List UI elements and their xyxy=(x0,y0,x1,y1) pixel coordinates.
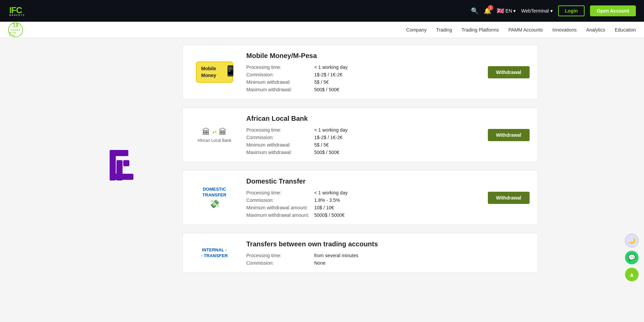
mobile-money-withdrawal-button[interactable]: Withdrawal xyxy=(488,66,530,78)
svg-rect-4 xyxy=(116,160,123,181)
lang-chevron-icon: ▾ xyxy=(513,8,516,14)
commission-label-0: Commission: xyxy=(246,72,314,77)
processing-time-label-0: Processing time: xyxy=(246,64,314,70)
header: IFC MARKETS 🔍 🔔 1 🇬🇧 EN ▾ WebTerminal ▾ … xyxy=(0,0,644,22)
max-withdrawal-label-0: Maximum withdrawal: xyxy=(246,87,314,92)
svg-text:MARKETS: MARKETS xyxy=(9,14,25,16)
side-decoration xyxy=(106,45,174,281)
scroll-top-icon: ▲ xyxy=(629,271,635,278)
domestic-transfer-title: Domestic Transfer xyxy=(246,177,480,185)
african-bank-logo: 🏛 ⇌ 🏛 African Local Bank xyxy=(191,127,238,143)
mobile-money-title: Mobile Money/M-Pesa xyxy=(246,52,480,60)
svg-rect-6 xyxy=(110,150,128,156)
open-account-button[interactable]: Open Account xyxy=(590,5,636,16)
mobile-money-card-icon: 📱 xyxy=(224,65,237,77)
nav-trading-platforms[interactable]: Trading Platforms xyxy=(461,27,499,33)
max-withdrawal-value-2: 5000$ / 5000€ xyxy=(314,212,480,218)
nav-analytics[interactable]: Analytics xyxy=(586,27,605,33)
main-nav: 18 YEARS WITH YOU Company Trading Tradin… xyxy=(0,22,644,38)
max-withdrawal-value-0: 500$ / 500€ xyxy=(314,87,480,92)
login-button[interactable]: Login xyxy=(558,5,585,16)
bank-icons: 🏛 ⇌ 🏛 xyxy=(202,127,227,137)
bank-arrows-icon: ⇌ xyxy=(212,129,217,135)
min-withdrawal-label-1: Minimum withdrawal: xyxy=(246,142,314,148)
commission-label-2: Commission: xyxy=(246,197,314,203)
logo-svg: IFC MARKETS xyxy=(8,4,35,18)
scroll-top-button[interactable]: ▲ xyxy=(625,268,639,281)
bell-icon[interactable]: 🔔 1 xyxy=(484,7,491,15)
african-bank-action: Withdrawal xyxy=(488,129,530,141)
commission-value-1: 1$-2$ / 1€-2€ xyxy=(314,135,480,140)
language-selector[interactable]: 🇬🇧 EN ▾ xyxy=(497,7,516,15)
with-you-text: WITH YOU xyxy=(9,32,22,37)
lang-label: EN xyxy=(505,8,512,14)
min-withdrawal-value-1: 5$ / 5€ xyxy=(314,142,480,148)
years-number: 18 xyxy=(13,22,19,29)
nav-pamm-accounts[interactable]: PAMM Accounts xyxy=(508,27,543,33)
whatsapp-button[interactable]: 💬 xyxy=(625,251,639,264)
processing-time-label-3: Processing time: xyxy=(246,253,314,258)
processing-time-value-3: from several minutes xyxy=(314,253,521,258)
nav-trading[interactable]: Trading xyxy=(436,27,452,33)
years-badge: 18 YEARS WITH YOU xyxy=(8,22,23,37)
dark-mode-toggle[interactable]: 🌙 xyxy=(625,234,639,247)
processing-time-value-1: < 1 working day xyxy=(314,127,480,133)
payment-card-african-bank: 🏛 ⇌ 🏛 African Local Bank African Local B… xyxy=(182,108,538,162)
web-terminal-chevron-icon: ▾ xyxy=(550,8,553,14)
nav-company[interactable]: Company xyxy=(406,27,427,33)
processing-time-value-0: < 1 working day xyxy=(314,64,480,70)
svg-rect-5 xyxy=(123,160,129,166)
max-withdrawal-label-2: Maximum withdrawal amount: xyxy=(246,212,314,218)
commission-label-1: Commission: xyxy=(246,135,314,140)
dark-mode-icon: 🌙 xyxy=(628,237,636,244)
main-content: MobileMoney 📱 Mobile Money/M-Pesa Proces… xyxy=(98,38,546,288)
african-bank-withdrawal-button[interactable]: Withdrawal xyxy=(488,129,530,141)
mobile-money-info: Mobile Money/M-Pesa Processing time: < 1… xyxy=(246,52,480,92)
nav-links: Company Trading Trading Platforms PAMM A… xyxy=(406,27,636,33)
commission-label-3: Commission: xyxy=(246,260,314,266)
payment-card-mobile-money: MobileMoney 📱 Mobile Money/M-Pesa Proces… xyxy=(182,45,538,99)
notification-badge: 1 xyxy=(488,5,493,11)
processing-time-value-2: < 1 working day xyxy=(314,190,480,195)
domestic-logo-text: DOMESTICTRANSFER xyxy=(202,187,226,198)
internal-transfer-title: Transfers between own trading accounts xyxy=(246,240,521,248)
internal-logo-text: INTERNAL -- TRANSFER xyxy=(201,247,228,259)
nav-innovations[interactable]: Innovations xyxy=(552,27,577,33)
logo: IFC MARKETS xyxy=(8,4,35,18)
whatsapp-icon: 💬 xyxy=(628,254,636,261)
payment-card-domestic-transfer: DOMESTICTRANSFER 💸 Domestic Transfer Pro… xyxy=(182,170,538,225)
svg-text:IFC: IFC xyxy=(9,5,22,15)
floating-actions: 🌙 💬 ▲ xyxy=(625,234,639,281)
min-withdrawal-label-0: Minimum withdrawal: xyxy=(246,79,314,85)
min-withdrawal-value-0: 5$ / 5€ xyxy=(314,79,480,85)
years-text: YEARS xyxy=(11,29,20,32)
decoration-svg xyxy=(106,147,140,191)
processing-time-label-1: Processing time: xyxy=(246,127,314,133)
commission-value-3: None xyxy=(314,260,521,266)
mobile-money-details: Processing time: < 1 working day Commiss… xyxy=(246,64,480,92)
payment-card-internal-transfer: INTERNAL -- TRANSFER Transfers between o… xyxy=(182,233,538,273)
search-icon[interactable]: 🔍 xyxy=(471,7,478,15)
african-bank-info: African Local Bank Processing time: < 1 … xyxy=(246,115,480,155)
internal-transfer-info: Transfers between own trading accounts P… xyxy=(246,240,521,266)
web-terminal-label: WebTerminal xyxy=(521,8,549,14)
domestic-transfer-details: Processing time: < 1 working day Commiss… xyxy=(246,190,480,218)
african-bank-label: African Local Bank xyxy=(197,138,231,143)
processing-time-label-2: Processing time: xyxy=(246,190,314,195)
flag-icon: 🇬🇧 xyxy=(497,7,504,15)
internal-transfer-logo: INTERNAL -- TRANSFER xyxy=(191,247,238,259)
domestic-transfer-icon: 💸 xyxy=(209,199,220,209)
bank-icon-left: 🏛 xyxy=(202,127,210,137)
commission-value-2: 1.8% - 3.5% xyxy=(314,197,480,203)
nav-education[interactable]: Education xyxy=(615,27,636,33)
internal-transfer-details: Processing time: from several minutes Co… xyxy=(246,253,521,266)
commission-value-0: 1$-2$ / 1€-2€ xyxy=(314,72,480,77)
domestic-transfer-withdrawal-button[interactable]: Withdrawal xyxy=(488,192,530,204)
years-badge-container: 18 YEARS WITH YOU xyxy=(8,22,23,37)
mobile-money-action: Withdrawal xyxy=(488,66,530,78)
max-withdrawal-label-1: Maximum withdrawal: xyxy=(246,150,314,155)
payment-methods-list: MobileMoney 📱 Mobile Money/M-Pesa Proces… xyxy=(182,45,538,281)
max-withdrawal-value-1: 500$ / 500€ xyxy=(314,150,480,155)
domestic-transfer-logo: DOMESTICTRANSFER 💸 xyxy=(191,187,238,209)
web-terminal-selector[interactable]: WebTerminal ▾ xyxy=(521,8,552,14)
